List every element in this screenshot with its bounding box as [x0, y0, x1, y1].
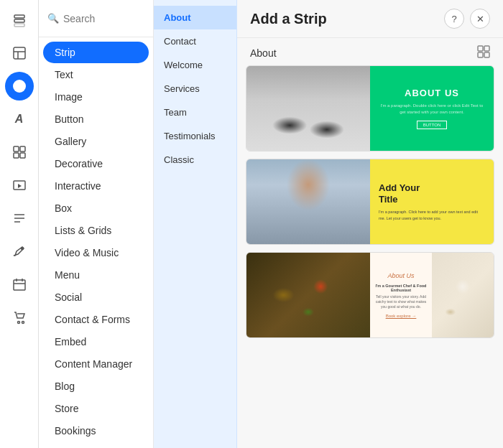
subcategory-panel: About Contact Welcome Services Team Test…: [154, 0, 237, 448]
page-title: Add a Strip: [250, 11, 327, 27]
toolbar-pages-btn[interactable]: [5, 6, 34, 34]
subcategory-services[interactable]: Services: [154, 77, 236, 101]
category-embed[interactable]: Embed: [43, 331, 149, 353]
subcategory-contact[interactable]: Contact: [154, 29, 236, 53]
main-header: Add a Strip ? ✕: [237, 0, 503, 38]
svg-rect-26: [478, 52, 483, 57]
strip1-button: BUTTON: [417, 121, 448, 129]
category-contact-forms[interactable]: Contact & Forms: [43, 309, 149, 330]
svg-point-17: [21, 248, 23, 250]
category-strip[interactable]: Strip: [43, 42, 149, 63]
subcategory-about[interactable]: About: [154, 6, 236, 29]
category-interactive[interactable]: Interactive: [43, 175, 149, 197]
strip2-content: Add YourTitle I'm a paragraph. Click her…: [370, 159, 494, 244]
subcategory-classic[interactable]: Classic: [154, 148, 236, 172]
strip1-title: ABOUT US: [405, 88, 459, 99]
main-panel: Add a Strip ? ✕ About ABOUT US I'm a par…: [237, 0, 503, 448]
category-lists-grids[interactable]: Lists & Grids: [43, 220, 149, 241]
strip-about-green[interactable]: ABOUT US I'm a paragraph. Double click h…: [246, 65, 494, 151]
strip-about-yellow[interactable]: Add YourTitle I'm a paragraph. Click her…: [246, 159, 494, 245]
category-bookings[interactable]: Bookings: [43, 420, 149, 442]
svg-rect-18: [14, 280, 25, 290]
icon-toolbar: A: [0, 0, 39, 448]
toolbar-media-btn[interactable]: [5, 171, 34, 200]
subcategory-testimonials[interactable]: Testimonials: [154, 124, 236, 148]
category-list: Strip Text Image Button Gallery Decorati…: [39, 37, 153, 448]
subcategory-team[interactable]: Team: [154, 101, 236, 124]
strip1-content: ABOUT US I'm a paragraph. Double click h…: [370, 66, 494, 151]
category-content-manager[interactable]: Content Manager: [43, 353, 149, 375]
search-icon: 🔍: [47, 13, 59, 24]
category-button[interactable]: Button: [43, 108, 149, 130]
strip1-text: I'm a paragraph. Double click here or cl…: [377, 103, 486, 115]
toolbar-blog-btn[interactable]: [5, 204, 34, 233]
category-menu[interactable]: Menu: [43, 264, 149, 286]
section-icon[interactable]: [477, 45, 490, 61]
svg-point-22: [17, 322, 19, 324]
svg-rect-25: [484, 46, 489, 51]
category-events[interactable]: Events: [43, 442, 149, 448]
strip2-photo: [246, 159, 370, 244]
svg-point-23: [22, 322, 24, 324]
subcategory-welcome[interactable]: Welcome: [154, 53, 236, 77]
strip-about-food[interactable]: About Us I'm a Gourmet Chef & Food Enthu…: [246, 252, 494, 338]
strips-grid: ABOUT US I'm a paragraph. Double click h…: [237, 65, 503, 448]
category-gallery[interactable]: Gallery: [43, 131, 149, 152]
strip3-link: Book explore →: [386, 314, 417, 318]
strip3-content: About Us I'm a Gourmet Chef & Food Enthu…: [370, 253, 432, 337]
header-icons: ? ✕: [444, 9, 490, 29]
strip3-drink-photo: [432, 253, 494, 337]
strip3-food-photo: [246, 253, 370, 337]
svg-rect-3: [14, 47, 25, 59]
toolbar-store-btn[interactable]: [5, 303, 34, 332]
svg-rect-12: [20, 153, 25, 158]
search-bar: 🔍: [39, 0, 153, 37]
svg-rect-1: [14, 19, 24, 22]
toolbar-apps-btn[interactable]: [5, 138, 34, 167]
toolbar-theme-btn[interactable]: A: [5, 105, 34, 134]
section-label-row: About: [237, 38, 503, 65]
svg-rect-10: [20, 146, 25, 151]
category-video-music[interactable]: Video & Music: [43, 242, 149, 263]
category-image[interactable]: Image: [43, 86, 149, 108]
strip2-title: Add YourTitle: [379, 182, 485, 205]
close-button[interactable]: ✕: [470, 9, 490, 29]
strip3-desc: Tell your visitors your story. Add catch…: [374, 294, 428, 309]
strip3-subtitle: I'm a Gourmet Chef & Food Enthusiast: [374, 284, 428, 292]
category-text[interactable]: Text: [43, 64, 149, 85]
category-decorative[interactable]: Decorative: [43, 153, 149, 174]
category-box[interactable]: Box: [43, 197, 149, 219]
svg-rect-24: [478, 46, 483, 51]
toolbar-calendar-btn[interactable]: [5, 270, 34, 299]
search-input[interactable]: [63, 13, 144, 24]
svg-rect-0: [14, 15, 24, 18]
category-panel: 🔍 Strip Text Image Button Gallery Decora…: [39, 0, 154, 448]
category-social[interactable]: Social: [43, 286, 149, 308]
help-button[interactable]: ?: [444, 9, 464, 29]
category-store[interactable]: Store: [43, 398, 149, 419]
strip1-photo: [246, 66, 370, 151]
section-label-text: About: [250, 47, 277, 59]
toolbar-design-btn[interactable]: [5, 39, 34, 67]
svg-rect-2: [14, 24, 24, 27]
category-blog[interactable]: Blog: [43, 375, 149, 397]
strip2-text: I'm a paragraph. Click here to add your …: [379, 209, 485, 221]
toolbar-add-btn[interactable]: [5, 72, 34, 101]
strip3-script-title: About Us: [387, 272, 414, 281]
toolbar-pen-btn[interactable]: [5, 237, 34, 266]
svg-rect-9: [14, 146, 19, 151]
svg-rect-27: [484, 52, 489, 57]
svg-rect-11: [14, 153, 19, 158]
